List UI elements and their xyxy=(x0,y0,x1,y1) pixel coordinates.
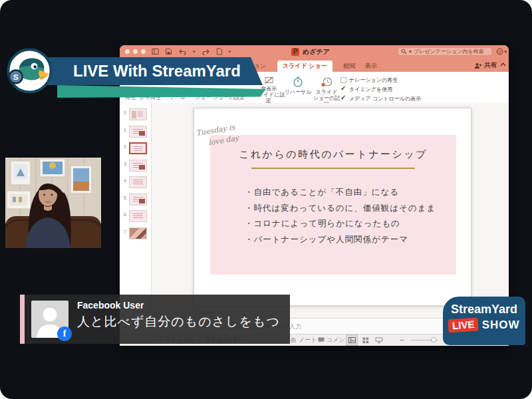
duck-mascot-icon: S xyxy=(6,47,53,94)
bullet-item: ・時代は変わっているのに、価値観はそのまま xyxy=(245,200,436,216)
live-label: LIVE xyxy=(448,317,479,332)
slideshow-view-button[interactable] xyxy=(373,334,385,346)
search-input[interactable]: ▾ プレゼンテーション内を検索 xyxy=(398,47,492,56)
webcam-scene xyxy=(5,158,101,248)
new-document-icon[interactable] xyxy=(216,48,223,55)
minimize-window-icon[interactable] xyxy=(133,49,138,54)
checkbox-play-narration[interactable]: ナレーションの再生 xyxy=(340,75,421,84)
checkbox-label: ナレーションの再生 xyxy=(349,76,398,84)
slide-thumbnail-3[interactable]: 3 xyxy=(120,160,151,172)
checkbox-icon xyxy=(340,77,346,83)
badge-row: LIVE SHOW xyxy=(443,319,525,332)
workspace: 0 1 2 3 4 5 6 7 Tuesday is love day これから… xyxy=(120,103,509,319)
normal-view-button[interactable] xyxy=(346,334,358,346)
save-icon[interactable] xyxy=(165,48,172,55)
close-window-icon[interactable] xyxy=(125,49,130,54)
tab-view[interactable]: 表示 xyxy=(360,61,382,72)
tab-slideshow[interactable]: スライド ショー xyxy=(277,61,332,72)
slide-thumbnail[interactable] xyxy=(129,126,147,138)
slide-number: 4 xyxy=(120,176,128,188)
rehearse-button[interactable]: リハーサル xyxy=(283,76,313,95)
presenter-view-icon xyxy=(375,337,383,344)
slide-thumbnail[interactable] xyxy=(129,210,147,222)
normal-view-icon xyxy=(348,337,356,343)
notes-button-label: ノート xyxy=(299,334,317,346)
slide-thumbnail[interactable] xyxy=(129,160,147,172)
smiley-icon xyxy=(496,48,503,55)
comment-accent-bar xyxy=(20,295,25,344)
zoom-window-icon[interactable] xyxy=(141,49,146,54)
slideshow-options: ナレーションの再生 タイミングを使用 メディア コントロールの表示 xyxy=(340,75,421,103)
banner-title: LIVE With StreamYard xyxy=(73,62,241,80)
slide-thumbnail[interactable] xyxy=(129,194,147,205)
bullet-item: ・パートナーシップや人間関係がテーマ xyxy=(245,231,436,247)
zoom-out-button[interactable]: − xyxy=(400,334,404,346)
slide-number: 5 xyxy=(120,194,128,205)
quick-access-toolbar: ▾ ▾ xyxy=(152,48,231,55)
grid-view-icon xyxy=(362,337,369,344)
checkbox-icon xyxy=(340,96,346,102)
comment-author: Facebook User xyxy=(77,300,280,311)
current-slide[interactable]: Tuesday is love day これからの時代のパートナーシップ ・自由… xyxy=(194,108,471,306)
redo-icon[interactable] xyxy=(201,48,210,55)
slide-thumbnail-2[interactable]: 2 xyxy=(120,142,151,154)
comment-message: 人と比べず自分のものさしをもつ xyxy=(77,313,280,331)
tab-review[interactable]: 校閲 xyxy=(338,61,360,72)
slide-sorter-view-button[interactable] xyxy=(360,334,372,346)
slide-thumbnail[interactable] xyxy=(129,142,147,154)
toolbar-caret-icon[interactable]: ▾ xyxy=(229,49,231,55)
slide-title: これからの時代のパートナーシップ xyxy=(210,148,456,161)
slide-thumbnail-7[interactable]: 7 xyxy=(120,227,151,239)
zoom-slider-knob[interactable] xyxy=(431,337,436,342)
checkbox-label: メディア コントロールの表示 xyxy=(349,95,421,102)
slide-number: 3 xyxy=(120,160,128,172)
slide-thumbnail[interactable] xyxy=(129,176,147,188)
checkbox-show-media-controls[interactable]: メディア コントロールの表示 xyxy=(340,94,421,103)
window-controls xyxy=(125,49,146,54)
slide-thumbnail-5[interactable]: 5 xyxy=(120,194,151,205)
powerpoint-app-icon: P xyxy=(291,48,299,56)
checkbox-label: タイミングを使用 xyxy=(349,86,392,93)
slide-number: 6 xyxy=(120,210,128,222)
record-slideshow-button[interactable]: スライド ショーの記録 xyxy=(311,76,342,104)
live-show-badge: StreamYard LIVE SHOW xyxy=(443,297,525,345)
show-label: SHOW xyxy=(482,319,520,332)
stream-title-banner: LIVE With StreamYard xyxy=(40,57,263,85)
stream-canvas: ▾ ▾ P めざチア ▾ プレゼンテーション内を検索 ▾ アニメーション スライ… xyxy=(0,0,532,399)
person-plus-icon xyxy=(474,63,482,69)
slide-thumbnail-panel: 0 1 2 3 4 5 6 7 xyxy=(120,103,152,319)
facebook-f-icon: f xyxy=(57,327,72,341)
badge-brand: StreamYard xyxy=(443,303,525,317)
slide-bullets: ・自由であることが「不自由」になる ・時代は変わっているのに、価値観はそのまま … xyxy=(245,184,436,247)
search-placeholder: プレゼンテーション内を検索 xyxy=(414,48,484,55)
slide-thumbnail[interactable] xyxy=(129,108,147,120)
sidebar-icon[interactable] xyxy=(152,48,159,55)
comment-content: Facebook User 人と比べず自分のものさしをもつ xyxy=(77,300,280,344)
record-label-1: スライド xyxy=(311,89,342,95)
hidden-slide-icon xyxy=(264,76,274,84)
magnifier-icon xyxy=(401,49,407,55)
slide-thumbnail[interactable] xyxy=(129,227,147,239)
collapse-ribbon-icon[interactable] xyxy=(500,57,506,69)
record-clock-icon xyxy=(321,76,332,88)
slide-thumbnail-0[interactable]: 0 xyxy=(120,108,151,120)
undo-icon[interactable] xyxy=(178,48,187,55)
slide-thumbnail-4[interactable]: 4 xyxy=(120,176,151,188)
feedback-button[interactable]: ▾ xyxy=(496,48,507,55)
window-titlebar: ▾ ▾ P めざチア ▾ プレゼンテーション内を検索 ▾ xyxy=(120,45,509,59)
share-button[interactable]: 共有 xyxy=(474,61,497,70)
toggle-notes-button[interactable]: ノート xyxy=(290,334,317,346)
checkbox-icon xyxy=(340,86,346,92)
search-caret-icon: ▾ xyxy=(409,49,412,55)
notes-icon xyxy=(290,338,297,343)
comment-bubble-icon xyxy=(318,337,325,343)
slide-thumbnail-1[interactable]: 1 xyxy=(120,126,151,138)
slide-thumbnail-6[interactable]: 6 xyxy=(120,210,151,222)
checkbox-use-timings[interactable]: タイミングを使用 xyxy=(340,84,421,94)
bullet-item: ・自由であることが「不自由」になる xyxy=(245,184,436,200)
undo-caret-icon[interactable]: ▾ xyxy=(193,49,196,55)
feedback-caret-icon: ▾ xyxy=(504,49,507,55)
avatar: f xyxy=(31,301,68,338)
logo-letter: S xyxy=(13,72,19,82)
slide-editor-canvas: Tuesday is love day これからの時代のパートナーシップ ・自由… xyxy=(152,103,509,319)
